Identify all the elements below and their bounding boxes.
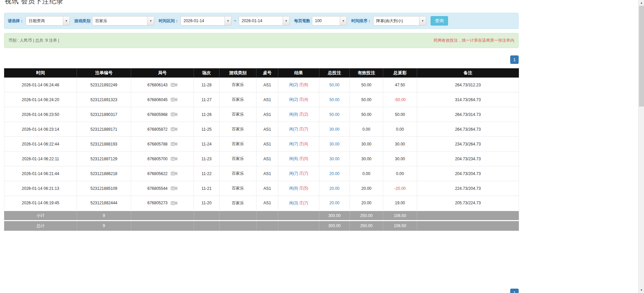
sort-order-value: 降幂(由大到小) [373,16,419,25]
total-bet-link[interactable]: 50.00 [329,97,339,102]
page-1-button[interactable]: 1 [510,55,519,64]
page-size-value: 100 [312,16,340,25]
footer-cell: 总计 [4,221,77,231]
payout-value: 47.50 [395,83,405,87]
payout-cell: -50.00 [383,92,417,107]
payout-cell: 30.00 [383,137,417,152]
page-size-label: 每页笔数 [294,18,310,24]
game-type-label: 游戏类别 [74,18,90,24]
result-cell: 闲(7) 庄(7) [278,122,319,137]
bet-id-cell: 523121882444 [77,196,131,211]
valid-bet-cell: 0.00 [350,122,383,137]
video-icon[interactable] [171,127,177,132]
result-player: 闲(2) [289,82,298,87]
round-cell: 676806143 [131,78,194,92]
valid-bet-cell: 30.00 [350,137,383,152]
chevron-down-icon[interactable]: ▼ [225,16,231,25]
total-bet-link[interactable]: 50.00 [329,112,339,117]
footer-cell: 小计 [4,211,77,221]
video-icon[interactable] [171,112,177,117]
column-header: 注单编号 [77,69,131,78]
result-player: 闲(6) [289,156,298,161]
round-cell: 676805700 [131,152,194,166]
valid-bet-cell: 20.00 [350,196,383,211]
search-button[interactable]: 查询 [431,16,448,26]
table-row: 2026-01-14 06:24:46523121892249676806143… [4,78,519,92]
game-type-cell: 百家乐 [219,196,256,211]
result-cell: 闲(7) 庄(4) [278,137,319,152]
date-to-select[interactable]: 2026-01-14 ▼ [239,16,290,26]
video-icon[interactable] [171,201,177,206]
total-bet-cell: 30.00 [319,137,350,152]
scroll-down-icon[interactable]: ▼ [639,287,644,293]
session-cell: 11-22 [194,166,219,181]
footer-cell: 250.00 [350,211,383,221]
note-cell: 234.73/264.73 [417,137,519,152]
currency-summary: 币别 : 人民币 | 总共 :9 注单 | [8,38,59,43]
page-size-select[interactable]: 100 ▼ [312,16,347,26]
session-cell: 11-20 [194,196,219,211]
game-type-cell: 百家乐 [219,107,256,122]
time-cell: 2026-01-14 06:22:11 [4,152,77,166]
footer-cell [219,211,256,221]
chevron-down-icon[interactable]: ▼ [340,16,347,25]
date-from-select[interactable]: 2026-01-14 ▼ [180,16,232,26]
total-row: 总计9300.00250.00106.50 [4,221,519,231]
total-bet-link[interactable]: 20.00 [329,201,339,205]
total-bet-link[interactable]: 30.00 [329,142,339,146]
total-bet-link[interactable]: 50.00 [329,83,339,87]
table-row: 2026-01-14 06:21:13523121885109676805544… [4,181,519,196]
video-icon[interactable] [171,141,177,146]
round-id: 676805622 [147,171,167,176]
total-bet-link[interactable]: 20.00 [329,171,339,176]
pagination-bottom: 1 [4,289,519,293]
time-cell: 2026-01-14 06:23:14 [4,122,77,137]
vertical-scrollbar[interactable]: ▲ ▼ [638,0,644,293]
game-type-cell: 百家乐 [219,122,256,137]
time-range-label: 时间区间： [159,18,179,24]
payout-cell: 0.00 [383,166,417,181]
note-warning-text: 同局有效投注，统一计算在该局第一张注单内 [434,38,514,43]
result-player: 闲(8) [289,112,298,117]
result-player: 闲(3) [289,201,298,205]
session-cell: 11-28 [194,78,219,92]
footer-cell [131,211,194,221]
table-no-cell: AS1 [256,122,278,137]
chevron-down-icon[interactable]: ▼ [63,16,70,25]
video-icon[interactable] [171,186,177,191]
page-1-button[interactable]: 1 [510,289,519,293]
result-cell: 闲(3) 庄(7) [278,196,319,211]
table-no-cell: AS1 [256,92,278,107]
game-type-select[interactable]: 百家乐 ▼ [92,16,154,26]
page-title: 视讯 会员下注纪录 [5,0,519,5]
payout-value: 0.00 [396,171,404,176]
video-icon[interactable] [171,82,177,87]
scrollbar-thumb[interactable] [639,6,644,107]
total-bet-link[interactable]: 30.00 [329,157,339,161]
scroll-up-icon[interactable]: ▲ [639,0,644,6]
total-bet-link[interactable]: 20.00 [329,186,339,191]
chevron-down-icon[interactable]: ▼ [147,16,154,25]
chevron-down-icon[interactable]: ▼ [283,16,289,25]
payout-cell: 50.00 [383,107,417,122]
footer-cell: 106.50 [383,211,417,221]
sort-order-select[interactable]: 降幂(由大到小) ▼ [373,16,426,26]
payout-value: 19.00 [395,201,405,205]
result-cell: 闲(7) 庄(7) [278,166,319,181]
column-header: 桌号 [256,69,278,78]
bet-id-cell: 523121886218 [77,166,131,181]
total-bet-link[interactable]: 30.00 [329,127,339,132]
round-id: 676805700 [147,157,167,161]
column-header: 有效投注 [350,69,383,78]
video-icon[interactable] [171,156,177,161]
video-icon[interactable] [171,97,177,102]
table-row: 2026-01-14 06:23:50523121890317676805968… [4,107,519,122]
date-mode-select[interactable]: 日期查询 ▼ [26,16,70,26]
column-header: 总派彩 [383,69,417,78]
chevron-down-icon[interactable]: ▼ [419,16,426,25]
bet-id-cell: 523121889171 [77,122,131,137]
footer-cell [131,221,194,231]
table-no-cell: AS1 [256,166,278,181]
video-icon[interactable] [171,171,177,176]
time-cell: 2026-01-14 06:21:44 [4,166,77,181]
